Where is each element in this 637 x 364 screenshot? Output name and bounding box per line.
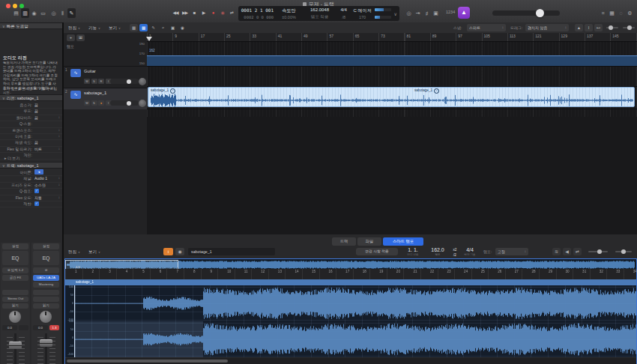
tempo-mode[interactable]: 템포 적용 <box>304 14 335 19</box>
track-name[interactable]: sabotage_1 <box>84 91 106 95</box>
track-icon-swatch[interactable]: ◄ <box>34 169 43 175</box>
tempo-curve[interactable] <box>147 55 637 67</box>
record-button[interactable]: ● <box>208 8 217 18</box>
tuner-icon[interactable]: ♯ <box>423 8 431 18</box>
lcd-chevron-icon[interactable]: ∨ <box>394 11 397 16</box>
stepper-icon[interactable]: ↕ <box>58 147 60 151</box>
editor-ruler[interactable]: 1234567891011121314151617181920212223242… <box>65 269 636 279</box>
settings-icon[interactable]: ⚙ <box>626 8 634 18</box>
volume-readout[interactable]: 0.0 <box>2 325 17 330</box>
add-track-button[interactable]: + <box>67 34 75 41</box>
editor-region-name[interactable]: sabotage_1 <box>188 248 275 255</box>
send-slot[interactable] <box>2 290 28 295</box>
track-name[interactable]: Guitar <box>84 69 96 73</box>
editor-signature-field[interactable]: 4/4 박자 기호 <box>461 247 479 256</box>
cycle-button[interactable]: ⇄ <box>227 8 236 18</box>
apply-changes-button[interactable]: 변경 사항 적용 <box>356 248 398 255</box>
menu-편집[interactable]: 편집∨ <box>68 24 80 31</box>
plugin-slot[interactable]: Mastering <box>33 282 59 288</box>
plugin-slot[interactable]: 공간 FX <box>2 275 28 281</box>
key-signature[interactable]: C 메이저 <box>352 7 372 14</box>
tab-파일[interactable]: 파일 <box>357 237 381 246</box>
cycle-icon[interactable]: ⇄ <box>573 248 582 255</box>
browsers-icon[interactable]: ▦ <box>608 8 616 18</box>
duplicate-track-button[interactable]: ⊞ <box>76 34 85 41</box>
slider-knob[interactable] <box>127 101 131 106</box>
count-in-button[interactable]: 1234 <box>446 10 455 14</box>
editor-volume-slider[interactable] <box>588 251 608 252</box>
tempo-track-label[interactable]: 템포 <box>67 44 74 49</box>
apple-loops-icon[interactable]: ◌ <box>617 8 625 18</box>
tempo-mode-dropdown[interactable]: 고정↕ <box>495 248 528 255</box>
editor-menu-편집[interactable]: 편집∨ <box>68 248 80 255</box>
pointer-tool-button[interactable]: ▲ <box>575 24 583 31</box>
prelisten-speaker-icon[interactable]: ◀ <box>563 248 571 255</box>
editor-scrollbar[interactable] <box>65 357 636 364</box>
view-mode-button[interactable]: ▦ <box>130 24 138 31</box>
menu-보기[interactable]: 보기∨ <box>109 24 121 31</box>
track-volume-slider[interactable] <box>110 79 139 84</box>
editor-position-field[interactable]: 1. 1. 마디 비트 <box>402 247 423 256</box>
forward-button[interactable]: ▶▶ <box>181 8 190 18</box>
file-overview[interactable] <box>65 259 636 269</box>
checkbox[interactable]: ✓ <box>34 201 39 206</box>
catch-playhead-icon[interactable]: ▣ <box>169 24 177 31</box>
fader-thumb[interactable] <box>40 339 52 347</box>
editor-tempo-field[interactable]: 162.0 템포 <box>426 247 449 256</box>
track-S-button[interactable]: S <box>91 79 97 84</box>
track-S-button[interactable]: S <box>91 100 97 106</box>
output-slot[interactable] <box>33 297 59 302</box>
tracks-timeline[interactable]: 1917253341495765738189971051131211291371… <box>147 33 637 234</box>
track-header-sabotage_1[interactable]: 2∿sabotage_1MS●I <box>64 88 147 109</box>
strip-setting-button[interactable]: 설정 <box>2 243 28 249</box>
stepper-icon[interactable]: ↕ <box>58 115 60 119</box>
pan-knob[interactable] <box>9 311 21 323</box>
session-player-button[interactable]: ◉ <box>175 248 184 255</box>
editor-zoom-slider[interactable] <box>615 251 632 252</box>
master-volume-slider[interactable] <box>492 10 560 16</box>
inspector-row[interactable]: 제한:✓ <box>0 201 62 207</box>
inspector-icon[interactable]: ▥ <box>21 8 29 18</box>
smart-controls-icon[interactable]: ◎ <box>49 8 58 18</box>
stepper-icon[interactable]: ↕ <box>58 134 60 138</box>
snap-dropdown[interactable]: 스마트↕ <box>467 24 506 31</box>
tab-스마트 템포[interactable]: 스마트 템포 <box>383 237 423 246</box>
track-R-button[interactable]: ● <box>98 100 104 106</box>
zoom-tool-button[interactable]: ⊷ <box>594 24 603 31</box>
audio-region-sabotage[interactable]: sabotage_1i sabotage_1i <box>148 87 635 107</box>
division[interactable]: /8 <box>337 15 350 19</box>
waveform-display[interactable]: 100500-50-100100500-50-100 <box>65 285 636 357</box>
rewind-button[interactable]: ◀◀ <box>171 8 180 18</box>
volume-readout[interactable]: 0.0 <box>33 325 48 330</box>
tempo-edit-button[interactable]: ↕ <box>163 248 173 255</box>
editor-menu-보기[interactable]: 보기∨ <box>88 248 100 255</box>
fader-thumb[interactable] <box>9 342 22 349</box>
region-view-button[interactable]: ▦ <box>139 24 148 31</box>
h-zoom-slider[interactable] <box>606 27 618 28</box>
drag-dropdown[interactable]: 겹치지 않음↕ <box>525 24 569 31</box>
collaboration-icon[interactable]: ◉ <box>178 24 187 31</box>
automation-slot[interactable]: 읽기 <box>2 303 28 309</box>
library-icon[interactable]: ▤ <box>12 8 20 18</box>
peak-readout[interactable]: 1.3 <box>49 325 59 330</box>
editor-mult-field[interactable]: x2 /2 <box>450 247 459 258</box>
volume-knob[interactable] <box>536 9 544 17</box>
stepper-icon[interactable]: ↕ <box>58 183 60 186</box>
metronome-badge[interactable]: ▲ <box>458 7 470 19</box>
track-icon[interactable]: ∿ <box>70 91 81 99</box>
marquee-tool-button[interactable]: Ⅰ <box>585 24 593 31</box>
solo-mode-icon[interactable]: ◎ <box>405 8 413 18</box>
editors-icon[interactable]: ✎ <box>67 8 76 18</box>
capture-button[interactable]: ◉ <box>218 8 227 18</box>
track-icon[interactable]: ∿ <box>70 69 81 77</box>
slider-knob[interactable] <box>127 79 131 84</box>
cycle-range[interactable]: 0002 0 0 000 <box>238 15 274 19</box>
quick-help-icon[interactable]: ◉ <box>30 8 38 18</box>
output-slot[interactable]: Stereo Out <box>2 297 28 302</box>
time-signature[interactable]: 4/4 <box>337 7 350 12</box>
track-header-Guitar[interactable]: 1∿GuitarMSRI <box>64 66 147 88</box>
menu-기능[interactable]: 기능∨ <box>88 24 100 31</box>
toolbar-toggle-icon[interactable]: ▭ <box>39 8 47 18</box>
editor-region-bar[interactable]: sabotage_1 <box>65 279 636 285</box>
varispeed-mode[interactable]: 속도만 <box>276 7 302 14</box>
